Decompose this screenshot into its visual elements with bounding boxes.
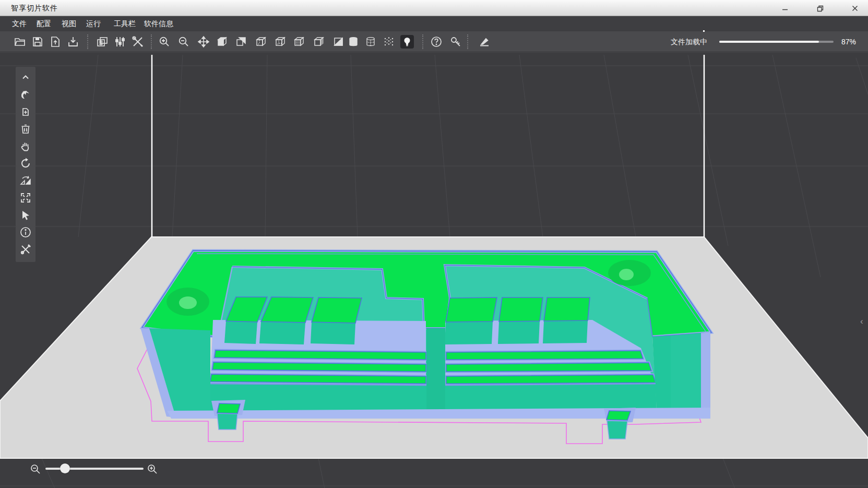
parameter-settings-button[interactable]: [113, 35, 127, 49]
info-icon: [19, 226, 32, 239]
restore-icon: [817, 5, 824, 12]
menu-toolbar[interactable]: 工具栏: [113, 16, 137, 31]
save-file-button[interactable]: [31, 35, 44, 49]
menu-bar: 文件 配置 视图 运行 工具栏 软件信息: [0, 16, 868, 31]
toolbar-separator: [467, 34, 468, 49]
toolbar-separator: [422, 34, 423, 49]
zoom-out-view-button[interactable]: [177, 35, 191, 49]
cube-plane-icon: [235, 35, 247, 48]
toolbar-separator: [87, 34, 88, 49]
move-view-button[interactable]: [197, 35, 210, 49]
cube-hidden-line-icon: [274, 35, 287, 48]
mirror-scale-button[interactable]: [19, 174, 32, 187]
view-cylinder-button[interactable]: [347, 35, 360, 49]
cylinder-wireframe-icon: [364, 35, 377, 48]
select-model-button[interactable]: [19, 208, 32, 222]
zoom-in-view-button[interactable]: [158, 35, 171, 49]
view-point-cloud-button[interactable]: [382, 35, 396, 49]
menu-view[interactable]: 视图: [61, 16, 77, 31]
menu-file[interactable]: 文件: [11, 16, 28, 31]
model-screw-boss-right: [608, 260, 651, 286]
view-dashed-button[interactable]: [292, 35, 306, 49]
collapse-panel-button[interactable]: [19, 70, 32, 84]
menu-run[interactable]: 运行: [85, 16, 102, 31]
view-cylinder-wireframe-button[interactable]: [364, 35, 377, 49]
mirror-scale-icon: [19, 174, 32, 187]
viewport-3d[interactable]: ‹: [0, 52, 868, 488]
view-wireframe-button[interactable]: [254, 35, 268, 49]
close-button[interactable]: [846, 2, 864, 15]
view-transparent-button[interactable]: [312, 35, 326, 49]
open-folder-icon: [14, 35, 26, 48]
menu-config[interactable]: 配置: [35, 16, 52, 31]
zoom-in-icon: [147, 463, 158, 475]
cube-open-icon: [313, 35, 325, 48]
zoom-out-icon: [177, 35, 190, 48]
model-right-slots: [446, 351, 656, 384]
file-upload-icon: [49, 35, 62, 48]
tools-button[interactable]: [131, 35, 145, 49]
restore-button[interactable]: [811, 2, 829, 15]
export-file-button[interactable]: [49, 35, 62, 49]
cursor-icon: [19, 209, 32, 221]
move-arrows-icon: [197, 35, 210, 48]
fit-view-button[interactable]: [19, 191, 32, 205]
duplicate-model-button[interactable]: [19, 105, 32, 118]
progress-bar-fill: [719, 41, 819, 43]
zoom-slider-handle[interactable]: [60, 463, 70, 473]
open-file-button[interactable]: [13, 35, 27, 49]
license-key-button[interactable]: [449, 35, 462, 49]
view-flat-button[interactable]: [234, 35, 248, 49]
toggle-light-button[interactable]: [400, 35, 414, 49]
progress-percent: 87%: [841, 31, 856, 52]
left-toolbar: [16, 67, 35, 262]
duplicate-icon: [19, 105, 32, 118]
sliders-icon: [114, 35, 126, 48]
machine-config-icon: [96, 35, 109, 48]
zoom-out-slider-button[interactable]: [29, 462, 42, 476]
slice-blade-button[interactable]: [478, 35, 491, 49]
trash-icon: [19, 123, 32, 135]
view-hidden-line-button[interactable]: [274, 35, 287, 49]
wrench-screwdriver-icon: [132, 35, 144, 48]
build-volume-edges: [152, 55, 704, 237]
help-button[interactable]: [430, 35, 443, 49]
build-volume-tick-mid: [703, 30, 705, 32]
model-left-slots: [210, 350, 426, 384]
view-cutaway-button[interactable]: [332, 35, 346, 49]
delete-model-button[interactable]: [19, 122, 32, 136]
cylinder-solid-icon: [347, 35, 360, 48]
hand-icon: [19, 140, 32, 152]
zoom-slider-bar: [0, 459, 188, 480]
model-right-blocks: [445, 297, 590, 344]
cube-half-icon: [332, 35, 345, 48]
model-info-button[interactable]: [19, 225, 32, 239]
model-left-blocks: [224, 297, 362, 344]
model-sliced-preview[interactable]: [140, 251, 711, 439]
cube-wireframe-icon: [255, 35, 267, 48]
window-title: 智享切片软件: [11, 4, 58, 13]
undo-button[interactable]: [19, 88, 32, 101]
model-screw-boss-left: [167, 288, 209, 316]
lightbulb-icon: [401, 35, 413, 48]
repair-tools-button[interactable]: [19, 243, 32, 256]
zoom-in-slider-button[interactable]: [146, 462, 159, 476]
help-icon: [430, 35, 443, 48]
cube-dashed-face-icon: [293, 35, 305, 48]
progress-label: 文件加载中: [671, 31, 707, 52]
pan-view-button[interactable]: [19, 139, 32, 153]
undo-arrow-icon: [19, 88, 32, 101]
minimize-button[interactable]: [776, 2, 794, 15]
chevron-up-icon: [20, 72, 31, 82]
import-model-button[interactable]: [66, 35, 80, 49]
rotate-model-button[interactable]: [19, 157, 32, 170]
main-toolbar: 文件加载中 87%: [0, 31, 868, 52]
right-panel-collapse-chevron[interactable]: ‹: [860, 316, 863, 327]
viewport-canvas[interactable]: [0, 53, 868, 488]
machine-settings-button[interactable]: [96, 35, 109, 49]
view-solid-button[interactable]: [215, 35, 229, 49]
point-cloud-icon: [383, 35, 395, 48]
menu-about[interactable]: 软件信息: [143, 16, 174, 31]
key-icon: [449, 35, 462, 48]
save-floppy-icon: [31, 35, 44, 48]
